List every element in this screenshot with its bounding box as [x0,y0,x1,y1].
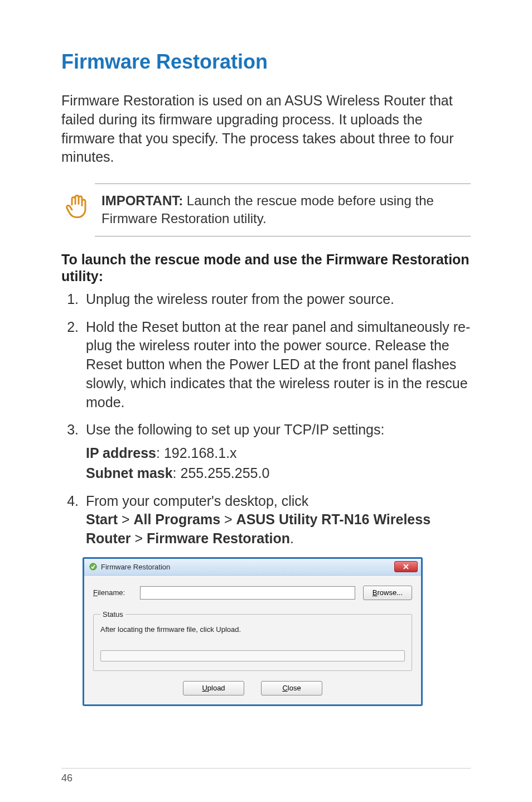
path-start: Start [86,511,118,527]
status-text: After locating the firmware file, click … [100,625,405,634]
subnet-mask-label: Subnet mask [86,465,173,481]
close-window-button[interactable] [394,561,418,572]
step-3-text: Use the following to set up your TCP/IP … [86,422,384,437]
step-4-pre: From your computer's desktop, click [86,493,308,509]
ip-address-label: IP address [86,445,156,461]
page-title: Firmware Restoration [61,50,471,74]
hand-stop-icon [64,193,90,220]
dialog-titlebar: Firmware Restoration [84,559,421,576]
ip-address-value: : 192.168.1.x [156,445,237,461]
step-4: From your computer's desktop, click Star… [83,492,471,548]
footer-divider [61,768,471,769]
ip-address-line: IP address: 192.168.1.x [86,444,471,463]
close-icon [403,564,409,569]
dialog-title: Firmware Restoration [101,563,170,571]
important-text: IMPORTANT: Launch the rescue mode before… [101,192,471,228]
important-label: IMPORTANT: [101,193,183,208]
page-number: 46 [61,772,72,784]
filename-label: Filename: [93,588,132,597]
svg-point-0 [90,563,96,570]
close-button[interactable]: Close [261,681,322,695]
progress-bar [100,650,405,661]
firmware-restoration-dialog: Firmware Restoration Filename: Browse...… [83,557,423,706]
path-firmware-restoration: Firmware Restoration [147,530,290,546]
status-legend: Status [100,610,125,619]
subnet-mask-line: Subnet mask: 255.255.255.0 [86,464,471,483]
browse-button[interactable]: Browse... [363,586,412,600]
filename-input[interactable] [140,586,355,600]
step-2: Hold the Reset button at the rear panel … [83,318,471,412]
intro-paragraph: Firmware Restoration is used on an ASUS … [61,91,471,167]
step-1: Unplug the wireless router from the powe… [83,290,471,309]
steps-list: Unplug the wireless router from the powe… [61,290,471,548]
status-fieldset: Status After locating the firmware file,… [93,610,412,671]
subnet-mask-value: : 255.255.255.0 [173,465,270,481]
path-all-programs: All Programs [133,511,220,527]
app-icon [89,562,98,571]
important-callout: IMPORTANT: Launch the rescue mode before… [95,183,471,236]
upload-button[interactable]: Upload [183,681,244,695]
subheading: To launch the rescue mode and use the Fi… [61,251,471,284]
step-3: Use the following to set up your TCP/IP … [83,421,471,482]
